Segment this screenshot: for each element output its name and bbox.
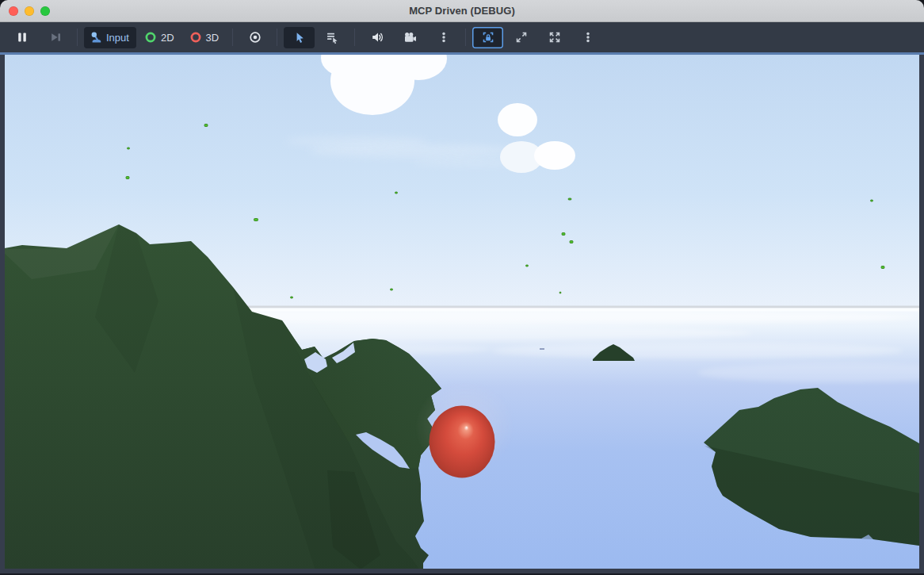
app-window: MCP Driven (DEBUG) Input <box>0 0 924 575</box>
input-toggle-label: Input <box>106 32 129 44</box>
mode-2d-button[interactable]: 2D <box>139 27 181 48</box>
green-particle <box>395 192 398 194</box>
cloud <box>498 103 537 136</box>
audio-mute-button[interactable] <box>361 27 392 48</box>
kebab-menu-icon <box>437 31 450 44</box>
viewport-frame <box>0 52 924 575</box>
kebab-menu-icon <box>582 31 594 44</box>
mode-3d-label: 3D <box>206 32 220 44</box>
fullscreen-button[interactable] <box>539 27 570 48</box>
fullscreen-arrows-icon <box>548 31 561 44</box>
input-joystick-icon <box>90 31 102 44</box>
node-picking-button[interactable] <box>317 27 348 48</box>
camera-lock-icon <box>482 31 494 44</box>
green-particle <box>128 148 130 149</box>
red-sphere <box>430 406 495 478</box>
game-toolbar: Input 2D 3D <box>0 22 924 52</box>
minimize-button[interactable] <box>25 6 34 16</box>
embed-options-menu-button[interactable] <box>572 27 603 48</box>
toolbar-separator <box>277 29 277 46</box>
input-toggle-button[interactable]: Input <box>84 27 136 48</box>
close-button[interactable] <box>9 6 18 16</box>
window-title: MCP Driven (DEBUG) <box>409 5 515 17</box>
select-cursor-icon <box>293 31 306 44</box>
keep-embedded-button[interactable] <box>472 27 503 48</box>
titlebar: MCP Driven (DEBUG) <box>0 0 924 22</box>
expand-diagonal-icon <box>515 31 528 44</box>
green-particle <box>391 289 393 290</box>
focus-eye-icon <box>249 31 262 44</box>
green-particle <box>568 198 571 200</box>
pause-icon <box>16 31 29 44</box>
next-frame-button[interactable] <box>40 27 71 48</box>
game-viewport[interactable] <box>5 55 919 569</box>
mode-3d-button[interactable]: 3D <box>184 27 227 48</box>
zoom-button[interactable] <box>40 6 50 16</box>
reflection-streak <box>491 343 903 358</box>
camera-override-button[interactable] <box>395 27 426 48</box>
green-particle <box>559 292 561 293</box>
green-particle <box>570 241 573 243</box>
speaker-icon <box>371 31 384 44</box>
green-particle <box>126 177 129 179</box>
mode-2d-label: 2D <box>161 32 174 44</box>
green-particle <box>562 233 565 236</box>
toolbar-separator <box>354 29 355 46</box>
cloud <box>534 141 575 170</box>
movie-camera-icon <box>403 31 417 44</box>
pause-button[interactable] <box>6 27 37 48</box>
traffic-lights <box>9 0 50 21</box>
3d-ring-icon <box>189 31 202 44</box>
next-frame-icon <box>49 31 62 44</box>
green-particle <box>526 265 529 266</box>
select-mode-button[interactable] <box>284 27 315 48</box>
green-particle <box>204 125 208 127</box>
2d-ring-icon <box>144 31 157 44</box>
green-particle <box>254 219 258 221</box>
green-particle <box>871 200 873 201</box>
water-speck <box>540 348 544 350</box>
debug-options-menu-button[interactable] <box>428 27 459 48</box>
visible-collision-button[interactable] <box>239 27 270 48</box>
green-particle <box>881 266 884 269</box>
green-particle <box>291 297 293 298</box>
toolbar-separator <box>232 29 233 46</box>
toolbar-separator <box>77 29 78 46</box>
make-floating-button[interactable] <box>506 27 536 48</box>
node-select-list-icon <box>326 31 339 44</box>
cloud-wisp <box>285 136 428 147</box>
toolbar-separator <box>465 29 466 46</box>
